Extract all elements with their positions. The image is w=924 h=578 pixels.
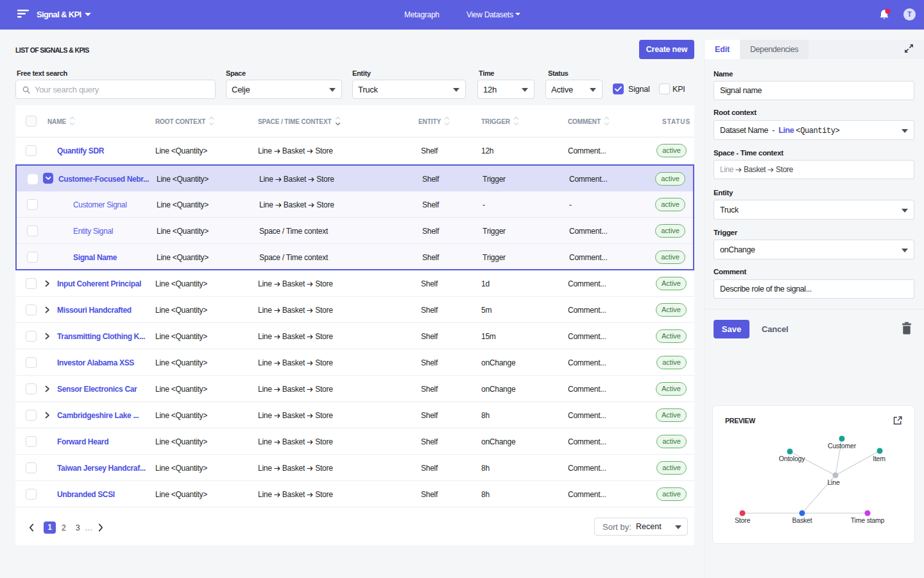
svg-text:Ontology: Ontology [779, 455, 805, 462]
svg-text:Store: Store [735, 516, 750, 524]
svg-text:Time stamp: Time stamp [851, 516, 885, 524]
svg-text:Basket: Basket [792, 516, 812, 524]
svg-text:Customer: Customer [828, 442, 857, 450]
svg-text:Item: Item [873, 455, 886, 462]
svg-text:Line: Line [827, 478, 839, 486]
